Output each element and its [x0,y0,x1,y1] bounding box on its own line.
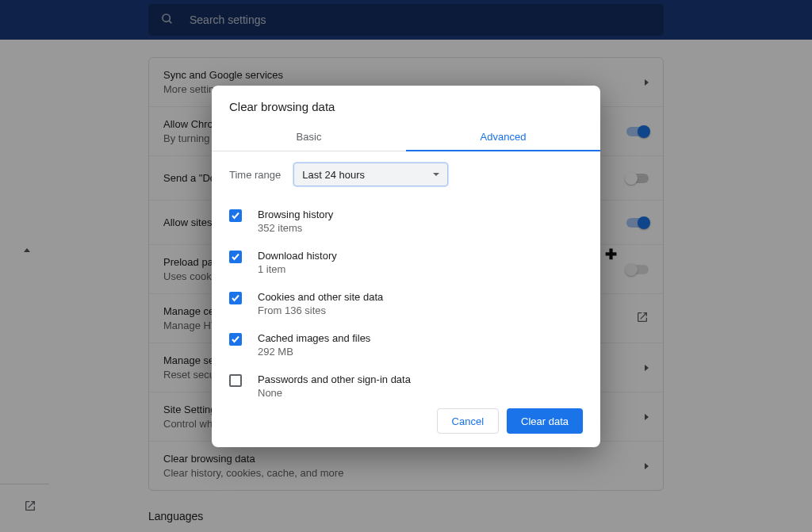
chevron-down-icon [433,173,439,176]
option-download-history[interactable]: Download history 1 item [229,242,583,283]
clear-browsing-data-dialog: Clear browsing data Basic Advanced Time … [212,86,600,447]
checkbox[interactable] [229,251,242,263]
option-cookies[interactable]: Cookies and other site data From 136 sit… [229,283,583,324]
option-sub: 292 MB [258,346,583,358]
option-sub: 352 items [258,222,583,234]
option-title: Download history [258,250,583,262]
time-range-select[interactable]: Last 24 hours [293,163,448,186]
dialog-body: Time range Last 24 hours Browsing histor… [212,151,600,398]
option-title: Passwords and other sign-in data [258,373,583,385]
option-cached-images[interactable]: Cached images and files 292 MB [229,324,583,366]
option-title: Cached images and files [258,332,583,344]
option-title: Cookies and other site data [258,291,583,303]
dialog-footer: Cancel Clear data [212,398,600,447]
option-browsing-history[interactable]: Browsing history 352 items [229,201,583,242]
dialog-title: Clear browsing data [212,86,600,123]
option-passwords[interactable]: Passwords and other sign-in data None [229,366,583,398]
tab-basic[interactable]: Basic [212,123,406,151]
cancel-button[interactable]: Cancel [437,408,499,434]
option-sub: None [258,387,583,398]
checkbox[interactable] [229,209,242,222]
modal-overlay: Clear browsing data Basic Advanced Time … [0,0,812,532]
checkbox[interactable] [229,333,242,346]
dialog-tabs: Basic Advanced [212,123,600,151]
checkbox[interactable] [229,292,242,304]
option-sub: 1 item [258,263,583,275]
clear-data-options: Browsing history 352 items Download hist… [212,201,600,398]
clear-data-button[interactable]: Clear data [507,408,583,434]
option-title: Browsing history [258,209,583,220]
option-sub: From 136 sites [258,304,583,316]
time-range-row: Time range Last 24 hours [212,151,600,201]
tab-advanced[interactable]: Advanced [406,123,600,151]
time-range-label: Time range [229,169,281,181]
time-range-value: Last 24 hours [302,169,365,181]
checkbox[interactable] [229,374,242,387]
